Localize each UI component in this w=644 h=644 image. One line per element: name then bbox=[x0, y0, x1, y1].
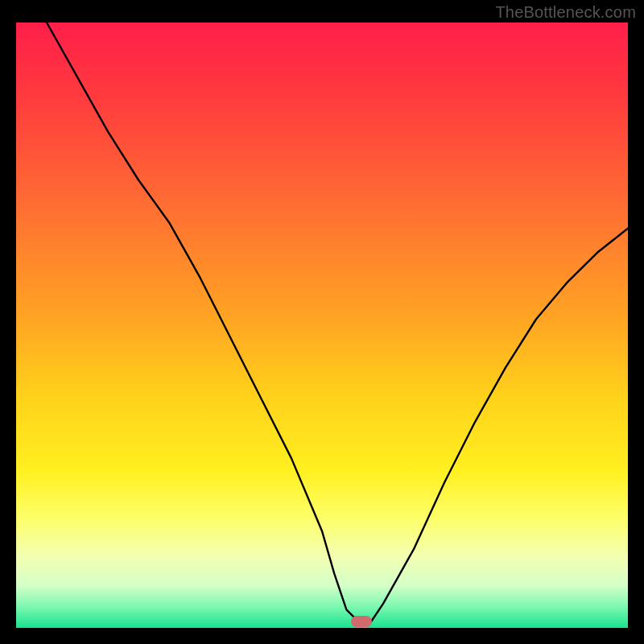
watermark-text: TheBottleneck.com bbox=[495, 3, 636, 22]
chart-frame: TheBottleneck.com bbox=[0, 0, 644, 644]
gradient-rect bbox=[16, 23, 628, 628]
plot-area bbox=[16, 23, 628, 628]
chart-svg bbox=[16, 23, 628, 628]
